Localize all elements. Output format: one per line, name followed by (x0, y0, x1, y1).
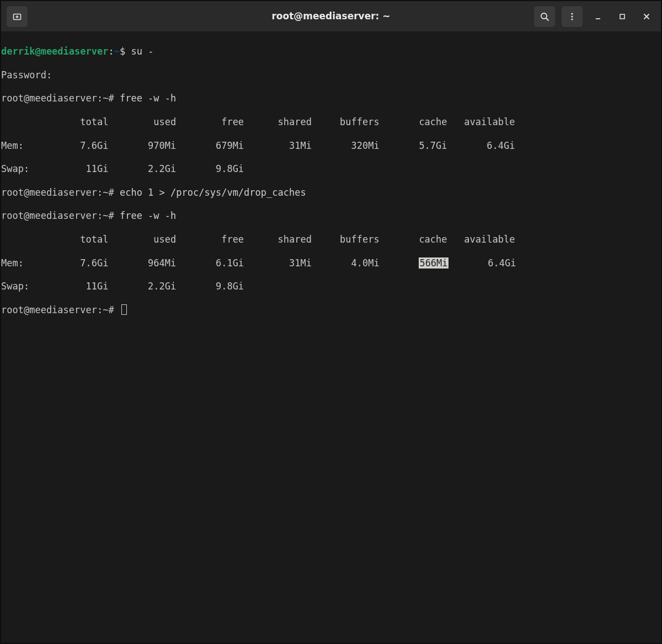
terminal-line: derrik@meediaserver:~$ su - (1, 46, 661, 57)
search-button[interactable] (534, 6, 555, 27)
cursor-block (121, 304, 127, 315)
free-swap-row: Swap: 11Gi 2.2Gi 9.8Gi (1, 163, 661, 175)
kebab-menu-icon (567, 12, 577, 22)
minimize-icon (594, 13, 602, 20)
close-button[interactable] (636, 6, 658, 28)
output-text: 6.4Gi (449, 257, 516, 269)
prompt-user: derrik@meediaserver (1, 46, 108, 57)
terminal-line: root@meediaserver:~# free -w -h (1, 93, 661, 104)
svg-line-4 (546, 18, 548, 20)
output-text: Swap: 11Gi 2.2Gi 9.8Gi (1, 281, 244, 292)
maximize-button[interactable] (611, 6, 633, 28)
free-header-row: total used free shared buffers cache ava… (1, 116, 661, 128)
output-text: total used free shared buffers cache ava… (1, 234, 515, 245)
output-text: total used free shared buffers cache ava… (1, 116, 515, 127)
selected-text[interactable]: 566Mi (419, 257, 448, 269)
prompt-root: root@meediaserver:~# (1, 210, 120, 221)
titlebar-right (532, 6, 658, 28)
menu-button[interactable] (562, 6, 583, 27)
output-text: Password: (1, 69, 52, 80)
prompt-root: root@meediaserver:~# (1, 187, 120, 198)
new-tab-icon (12, 12, 22, 22)
terminal-line: root@meediaserver:~# free -w -h (1, 210, 661, 222)
prompt-suffix: $ (120, 46, 131, 57)
prompt-path: ~ (114, 46, 120, 57)
maximize-icon (618, 13, 626, 20)
command-text: free -w -h (120, 93, 176, 104)
free-swap-row: Swap: 11Gi 2.2Gi 9.8Gi (1, 281, 661, 292)
terminal-line: root@meediaserver:~# (1, 304, 661, 316)
output-text: Swap: 11Gi 2.2Gi 9.8Gi (1, 163, 244, 174)
free-mem-row: Mem: 7.6Gi 964Mi 6.1Gi 31Mi 4.0Mi 566Mi … (1, 257, 661, 269)
free-header-row: total used free shared buffers cache ava… (1, 234, 661, 245)
terminal-line: Password: (1, 69, 661, 81)
svg-point-5 (571, 13, 573, 14)
minimize-button[interactable] (587, 6, 609, 28)
titlebar: root@meediaserver: ~ (1, 1, 661, 32)
command-text: free -w -h (120, 210, 176, 221)
prompt-sep: : (108, 46, 114, 57)
svg-point-6 (571, 15, 573, 17)
output-text: Mem: 7.6Gi 964Mi 6.1Gi 31Mi 4.0Mi (1, 257, 419, 269)
terminal-viewport[interactable]: derrik@meediaserver:~$ su - Password: ro… (1, 32, 661, 643)
new-tab-button[interactable] (7, 6, 28, 27)
prompt-root: root@meediaserver:~# (1, 93, 120, 104)
output-text: Mem: 7.6Gi 970Mi 679Mi 31Mi 320Mi 5.7Gi … (1, 140, 515, 151)
close-icon (643, 13, 650, 20)
prompt-root: root@meediaserver:~# (1, 304, 120, 315)
titlebar-left (4, 6, 30, 27)
free-mem-row: Mem: 7.6Gi 970Mi 679Mi 31Mi 320Mi 5.7Gi … (1, 140, 661, 152)
svg-rect-9 (620, 14, 624, 19)
search-icon (540, 12, 549, 22)
command-text: echo 1 > /proc/sys/vm/drop_caches (120, 187, 306, 198)
terminal-line: root@meediaserver:~# echo 1 > /proc/sys/… (1, 187, 661, 198)
command-text: su - (131, 46, 153, 57)
svg-point-7 (571, 18, 573, 20)
